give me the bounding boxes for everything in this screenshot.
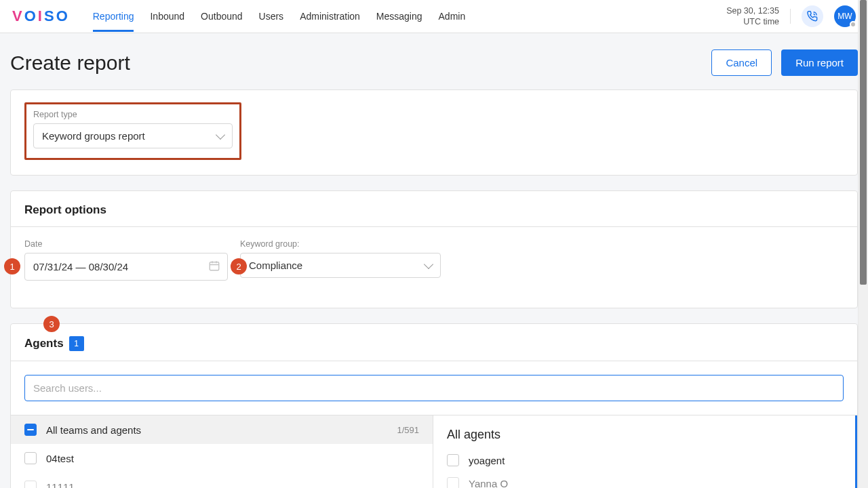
- marker-1: 1: [4, 258, 20, 274]
- nav-messaging[interactable]: Messaging: [376, 1, 422, 32]
- agents-card: 3 Agents 1 All teams and agents 1/591: [10, 323, 858, 488]
- team-label: All teams and agents: [46, 424, 141, 436]
- date-range-input[interactable]: 07/31/24 — 08/30/24: [24, 253, 228, 281]
- agents-columns: All teams and agents 1/591 04test 11111 …: [11, 415, 857, 488]
- checkbox-icon[interactable]: [447, 454, 459, 466]
- report-options-body: 1 Date 07/31/24 — 08/30/24 2 Keyword gro…: [11, 227, 857, 308]
- page-header: Create report Cancel Run report: [10, 33, 858, 89]
- date-label: Date: [24, 239, 228, 249]
- report-type-highlight: Report type Keyword groups report: [24, 102, 241, 160]
- calendar-icon: [208, 260, 220, 274]
- nav-users[interactable]: Users: [259, 1, 284, 32]
- report-options-title: Report options: [11, 191, 857, 227]
- report-type-card: Report type Keyword groups report: [10, 89, 858, 176]
- checkbox-icon[interactable]: [24, 481, 37, 488]
- agents-col-title: All agents: [433, 415, 855, 449]
- user-avatar[interactable]: MW: [834, 5, 856, 27]
- team-row[interactable]: 11111: [11, 472, 433, 488]
- marker-3: 3: [43, 316, 60, 332]
- report-type-value: Keyword groups report: [42, 130, 145, 142]
- keyword-group-select[interactable]: Compliance: [240, 253, 441, 278]
- date-range-value: 07/31/24 — 08/30/24: [33, 261, 128, 272]
- chevron-down-icon: [216, 129, 225, 139]
- report-type-select[interactable]: Keyword groups report: [33, 123, 233, 148]
- chevron-down-icon: [424, 259, 433, 268]
- phone-icon: [807, 11, 818, 22]
- brand-logo: V O I S O: [12, 7, 68, 25]
- time-line1: Sep 30, 12:35: [726, 5, 779, 16]
- server-time: Sep 30, 12:35 UTC time: [726, 5, 779, 28]
- team-row[interactable]: 04test: [11, 444, 433, 472]
- report-type-label: Report type: [33, 110, 233, 119]
- agents-selected-count: 1: [69, 336, 84, 351]
- agent-row[interactable]: Yanna O: [433, 472, 855, 488]
- agent-label: Yanna O: [469, 478, 508, 489]
- teams-column: All teams and agents 1/591 04test 11111: [11, 415, 433, 488]
- checkbox-icon[interactable]: [447, 477, 459, 488]
- nav-administration[interactable]: Administration: [300, 1, 360, 32]
- nav-admin[interactable]: Admin: [439, 1, 466, 32]
- page-title: Create report: [10, 52, 130, 75]
- agents-title: Agents: [24, 337, 64, 350]
- agent-label: yoagent: [469, 455, 505, 466]
- top-nav: V O I S O Reporting Inbound Outbound Use…: [0, 0, 868, 33]
- nav-reporting[interactable]: Reporting: [93, 1, 134, 32]
- keyword-group-label: Keyword group:: [240, 239, 441, 249]
- date-field: 1 Date 07/31/24 — 08/30/24: [24, 239, 228, 281]
- cancel-button[interactable]: Cancel: [711, 49, 772, 76]
- keyword-group-field: 2 Keyword group: Compliance: [240, 239, 441, 278]
- agents-search-wrap: [11, 361, 857, 415]
- keyword-group-value: Compliance: [249, 260, 302, 271]
- report-options-card: Report options 1 Date 07/31/24 — 08/30/2…: [10, 190, 858, 308]
- header-actions: Cancel Run report: [711, 49, 858, 76]
- primary-nav: Reporting Inbound Outbound Users Adminis…: [93, 1, 726, 32]
- checkbox-indeterminate-icon[interactable]: [24, 424, 37, 436]
- run-report-button[interactable]: Run report: [781, 49, 858, 76]
- agents-search-input[interactable]: [24, 375, 844, 401]
- page-body: Create report Cancel Run report Report t…: [0, 33, 868, 488]
- team-label: 04test: [46, 453, 74, 464]
- svg-rect-0: [210, 262, 219, 270]
- nav-inbound[interactable]: Inbound: [150, 1, 184, 32]
- checkbox-icon[interactable]: [24, 452, 37, 464]
- page-scrollbar[interactable]: [858, 0, 868, 488]
- divider: [790, 9, 791, 24]
- agents-column: All agents yoagent Yanna O: [433, 415, 857, 488]
- time-line2: UTC time: [726, 16, 779, 27]
- presence-dot: [850, 21, 856, 28]
- marker-2: 2: [231, 258, 247, 274]
- team-label: 11111: [46, 481, 75, 489]
- topbar-right: Sep 30, 12:35 UTC time MW: [726, 5, 856, 28]
- agents-title-row: Agents 1: [11, 324, 857, 361]
- dialer-button[interactable]: [802, 5, 823, 27]
- team-row-all[interactable]: All teams and agents 1/591: [11, 415, 433, 444]
- nav-outbound[interactable]: Outbound: [201, 1, 243, 32]
- avatar-initials: MW: [837, 12, 852, 21]
- agent-row[interactable]: yoagent: [433, 449, 855, 472]
- scrollbar-thumb[interactable]: [860, 0, 867, 285]
- team-count: 1/591: [397, 425, 419, 435]
